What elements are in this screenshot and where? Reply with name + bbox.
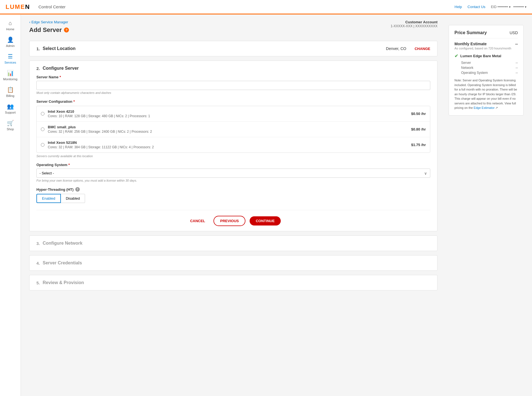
step3-title: Configure Network: [43, 241, 83, 246]
server-radio-xeon4210[interactable]: [41, 112, 44, 116]
ht-label: Hyper-Threading (HT) ?: [36, 187, 430, 192]
line-item-os: Operating System --: [454, 71, 518, 75]
check-icon: ✔: [454, 53, 458, 59]
line-item-network: Network --: [454, 66, 518, 70]
previous-button[interactable]: PREVIOUS: [213, 216, 245, 226]
help-link[interactable]: Help: [454, 5, 462, 9]
logo: LUMEN: [6, 3, 30, 11]
step5-number: 5.: [36, 280, 40, 285]
contact-link[interactable]: Contact Us: [468, 5, 485, 9]
server-option-name-2: BMC small_plus: [48, 125, 152, 129]
server-name-input[interactable]: [36, 81, 430, 90]
ht-field: Hyper-Threading (HT) ? Enabled Disabled: [36, 187, 430, 203]
step4-title: Server Credentials: [43, 260, 82, 265]
cancel-button[interactable]: CANCEL: [186, 217, 209, 225]
server-config-required: *: [73, 99, 75, 104]
title-help-icon[interactable]: ?: [64, 27, 69, 32]
form-actions: CANCEL PREVIOUS CONTINUE: [36, 210, 430, 226]
support-icon: 👥: [7, 103, 14, 110]
ht-disabled-button[interactable]: Disabled: [61, 194, 85, 203]
server-option-xeon5218n[interactable]: Intel Xeon 5218N Cores: 32 | RAM: 384 GB…: [37, 137, 430, 152]
step5-section: 5. Review & Provision: [29, 275, 437, 290]
sidebar-item-admin[interactable]: 👤 Admin: [0, 34, 21, 50]
server-option-specs-1: Cores: 10 | RAM: 128 GB | Storage: 480 G…: [48, 114, 150, 118]
server-option-price-2: $0.80 /hr: [411, 127, 426, 131]
sidebar-item-home[interactable]: ⌂ Home: [0, 17, 21, 34]
step1-number: 1.: [36, 46, 40, 51]
price-summary-header: Price Summary USD: [454, 30, 518, 38]
os-required: *: [68, 163, 70, 167]
step5-header: 5. Review & Provision: [36, 280, 430, 285]
sidebar-label-monitoring: Monitoring: [3, 77, 17, 81]
server-name-hint: Must only contain alphanumeric character…: [36, 91, 430, 94]
step3-number: 3.: [36, 241, 40, 246]
server-name-required: *: [59, 75, 61, 79]
top-nav: LUMEN Control Center Help Contact Us EID…: [0, 0, 532, 14]
sidebar: ⌂ Home 👤 Admin ☰ Services 📊 Monitoring 📋…: [0, 14, 21, 396]
os-label: Operating System *: [36, 163, 430, 167]
price-currency: USD: [509, 31, 518, 35]
os-select[interactable]: - Select -: [36, 169, 430, 178]
customer-account-label: Customer Account: [391, 20, 437, 24]
price-summary-title: Price Summary: [454, 30, 487, 35]
estimate-note: As configured, based on 720 hours/month: [454, 47, 518, 50]
line-item-server: Server --: [454, 61, 518, 65]
monitoring-icon: 📊: [7, 70, 14, 76]
shop-icon: 🛒: [7, 120, 14, 126]
services-icon: ☰: [8, 53, 13, 60]
customer-account-value: 1-XXXXX-XXX | XXXXXXXXXX: [391, 24, 437, 28]
server-option-bmc[interactable]: BMC small_plus Cores: 32 | RAM: 256 GB |…: [37, 122, 430, 137]
edge-link-icon: ↗: [495, 106, 498, 109]
step1-location: Denver, CO: [386, 46, 406, 51]
nav-links: Help Contact Us EID ••••••••• ▾ ••••••••…: [454, 5, 526, 9]
change-location-button[interactable]: CHANGE: [415, 47, 430, 51]
admin-icon: 👤: [7, 36, 14, 43]
server-config-field: Server Configuration * Intel Xeon 4210 C…: [36, 99, 430, 158]
ht-enabled-button[interactable]: Enabled: [36, 194, 61, 203]
billing-icon: 📋: [7, 86, 14, 93]
server-name-field: Server Name * Must only contain alphanum…: [36, 75, 430, 94]
app-title: Control Center: [38, 4, 454, 9]
os-field: Operating System * - Select - For bring …: [36, 163, 430, 182]
ht-toggle: Enabled Disabled: [36, 194, 430, 203]
sidebar-label-admin: Admin: [6, 44, 14, 47]
server-option-name-3: Intel Xeon 5218N: [48, 141, 154, 145]
sidebar-item-monitoring[interactable]: 📊 Monitoring: [0, 67, 21, 84]
server-option-price-1: $0.50 /hr: [411, 112, 426, 116]
server-option-price-3: $1.75 /hr: [411, 143, 426, 147]
main-content: Edge Service Manager Add Server ? Custom…: [21, 14, 532, 396]
edge-estimator-link[interactable]: Edge Estimator: [474, 106, 494, 109]
sidebar-label-home: Home: [6, 27, 14, 31]
step1-title: Select Location: [43, 46, 76, 51]
step4-header: 4. Server Credentials: [36, 260, 430, 265]
content-area: Edge Service Manager Add Server ? Custom…: [29, 20, 437, 290]
os-select-wrapper: - Select -: [36, 169, 430, 178]
server-radio-bmc[interactable]: [41, 127, 44, 131]
server-name-label: Server Name *: [36, 75, 430, 79]
step4-number: 4.: [36, 261, 40, 265]
eid-display: EID ••••••••• ▾ ••••••••• ▾: [491, 5, 526, 9]
step5-title: Review & Provision: [43, 280, 84, 285]
breadcrumb[interactable]: Edge Service Manager: [29, 20, 69, 24]
os-license-note: For bring your own license options, you …: [36, 179, 430, 182]
step2-section: 2. Configure Server Server Name * Must o…: [29, 61, 437, 231]
step2-title: Configure Server: [43, 66, 79, 71]
server-option-specs-2: Cores: 32 | RAM: 256 GB | Storage: 2400 …: [48, 130, 152, 134]
sidebar-item-support[interactable]: 👥 Support: [0, 100, 21, 117]
home-icon: ⌂: [9, 20, 12, 26]
ht-help-icon[interactable]: ?: [75, 187, 80, 192]
sidebar-item-services[interactable]: ☰ Services: [0, 50, 21, 67]
continue-button[interactable]: CONTINUE: [250, 216, 281, 225]
step2-number: 2.: [36, 66, 40, 71]
server-option-xeon4210[interactable]: Intel Xeon 4210 Cores: 10 | RAM: 128 GB …: [37, 106, 430, 122]
availability-note: Servers currently available at this loca…: [36, 154, 430, 158]
step2-header: 2. Configure Server: [36, 66, 430, 71]
step4-section: 4. Server Credentials: [29, 255, 437, 271]
server-radio-xeon5218n[interactable]: [41, 143, 44, 147]
sidebar-label-shop: Shop: [7, 127, 14, 131]
sidebar-item-billing[interactable]: 📋 Billing: [0, 84, 21, 100]
server-config-label: Server Configuration *: [36, 99, 430, 104]
sidebar-item-shop[interactable]: 🛒 Shop: [0, 117, 21, 134]
customer-account: Customer Account 1-XXXXX-XXX | XXXXXXXXX…: [391, 20, 437, 28]
configure-server-form: Server Name * Must only contain alphanum…: [36, 75, 430, 226]
